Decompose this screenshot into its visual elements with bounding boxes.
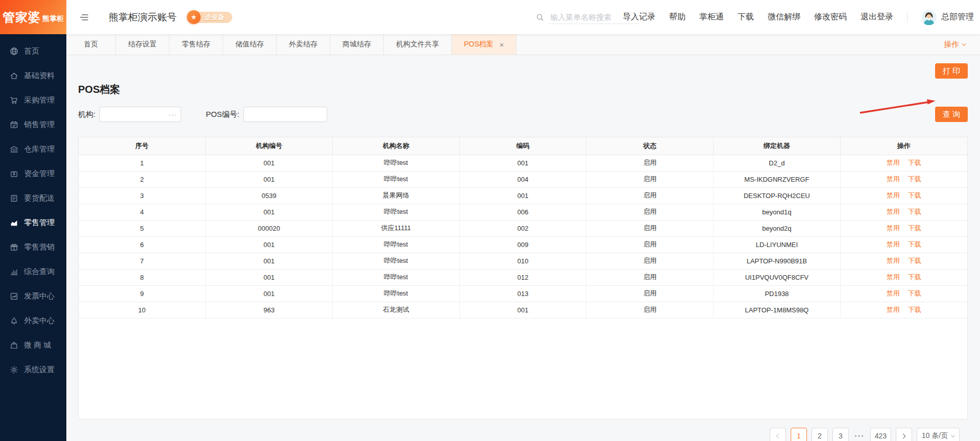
download-link[interactable]: 下载	[908, 240, 921, 248]
disable-link[interactable]: 禁用	[887, 257, 900, 264]
page-size-select[interactable]: 10 条/页	[917, 428, 960, 441]
disable-link[interactable]: 禁用	[887, 240, 900, 248]
topbar-menu-修改密码[interactable]: 修改密码	[814, 12, 847, 22]
table-row: 30539晨果网络001启用DESKTOP-RQH2CEU禁用下载	[79, 187, 967, 204]
disable-link[interactable]: 禁用	[887, 306, 900, 313]
disable-link[interactable]: 禁用	[887, 273, 900, 281]
topbar-menu-退出登录[interactable]: 退出登录	[861, 12, 893, 22]
tab-商城结存[interactable]: 商城结存	[330, 34, 384, 55]
topbar-menu-微信解绑[interactable]: 微信解绑	[768, 12, 800, 22]
sidebar-item-globe[interactable]: 首页	[0, 39, 66, 63]
disable-link[interactable]: 禁用	[887, 289, 900, 297]
sidebar-item-bar-chart[interactable]: 综合查询	[0, 259, 66, 284]
pos-number-input[interactable]	[243, 107, 327, 122]
sidebar-item-bank[interactable]: 仓库管理	[0, 137, 66, 161]
table-cell: 1	[79, 155, 206, 171]
table-cell: 013	[459, 285, 586, 302]
download-link[interactable]: 下载	[908, 159, 921, 166]
row-actions-cell: 禁用下载	[840, 269, 967, 285]
table-cell: 启用	[586, 285, 714, 302]
table-cell: 哔哔test	[332, 236, 459, 253]
table-cell: LAPTOP-1M8MS98Q	[714, 302, 841, 318]
tab-结存设置[interactable]: 结存设置	[116, 34, 169, 55]
table-cell: 2	[79, 171, 206, 187]
page-button-2[interactable]: 2	[812, 428, 828, 441]
download-link[interactable]: 下载	[908, 273, 921, 281]
column-header: 编码	[459, 137, 586, 155]
disable-link[interactable]: 禁用	[887, 175, 900, 183]
sidebar-item-cart[interactable]: 采购管理	[0, 88, 66, 112]
query-button[interactable]: 查 询	[935, 107, 968, 122]
sidebar-item-label: 综合查询	[24, 267, 55, 277]
sidebar: 首页基础资料采购管理销售管理仓库管理资金管理要货配送零售管理零售营销综合查询发票…	[0, 34, 66, 441]
table-cell: D2_d	[714, 155, 841, 171]
page-button-423[interactable]: 423	[870, 428, 891, 441]
download-link[interactable]: 下载	[908, 208, 921, 215]
sidebar-item-gift[interactable]: 零售营销	[0, 235, 66, 259]
table-row: 4001哔哔test006启用beyond1q禁用下载	[79, 204, 967, 220]
page-button-1[interactable]: 1	[791, 428, 807, 441]
page-ellipsis[interactable]: •••	[853, 432, 866, 440]
gear-icon	[10, 365, 18, 374]
sidebar-item-fund[interactable]: 资金管理	[0, 161, 66, 186]
topbar-menu-掌柜通[interactable]: 掌柜通	[699, 12, 724, 22]
sidebar-item-bell[interactable]: 外卖中心	[0, 308, 66, 333]
area-chart-icon	[10, 218, 18, 227]
tab-POS档案[interactable]: POS档案×	[452, 34, 517, 55]
download-link[interactable]: 下载	[908, 306, 921, 313]
sidebar-collapse-icon[interactable]	[80, 13, 89, 21]
table-cell: 10	[79, 302, 206, 318]
print-button[interactable]: 打 印	[935, 63, 968, 79]
table-header-row: 序号机构编号机构名称编码状态绑定机器操作	[79, 137, 967, 155]
next-page-button[interactable]	[896, 428, 912, 441]
table-cell: 启用	[586, 269, 714, 285]
tab-首页[interactable]: 首页	[66, 34, 116, 55]
download-link[interactable]: 下载	[908, 289, 921, 297]
column-header: 机构编号	[206, 137, 333, 155]
disable-link[interactable]: 禁用	[887, 159, 900, 166]
row-actions-cell: 禁用下载	[840, 253, 967, 269]
topbar-menu-下载[interactable]: 下载	[738, 12, 754, 22]
tab-储值结存[interactable]: 储值结存	[223, 34, 277, 55]
ellipsis-picker-icon[interactable]: ···	[168, 111, 177, 118]
download-link[interactable]: 下载	[908, 175, 921, 183]
doc-icon	[10, 194, 18, 203]
table-cell: 002	[459, 220, 586, 236]
sidebar-item-invoice[interactable]: 发票中心	[0, 284, 66, 308]
chevron-left-icon	[776, 433, 781, 438]
sidebar-item-gear[interactable]: 系统设置	[0, 357, 66, 382]
table-row: 8001哔哔test012启用UI1PVQUV0QF8CFV禁用下载	[79, 269, 967, 285]
disable-link[interactable]: 禁用	[887, 224, 900, 232]
download-link[interactable]: 下载	[908, 257, 921, 264]
sidebar-item-bag[interactable]: 微 商 城	[0, 333, 66, 357]
tab-机构文件共享[interactable]: 机构文件共享	[384, 34, 452, 55]
table-cell: 启用	[586, 204, 714, 220]
page-button-3[interactable]: 3	[832, 428, 849, 441]
table-cell: DESKTOP-RQH2CEU	[714, 187, 841, 204]
disable-link[interactable]: 禁用	[887, 191, 900, 199]
user-menu[interactable]: 总部管理	[921, 10, 974, 25]
topbar-divider	[907, 12, 908, 22]
table-cell: 8	[79, 269, 206, 285]
close-icon[interactable]: ×	[500, 41, 504, 48]
bag-icon	[10, 341, 18, 350]
download-link[interactable]: 下载	[908, 224, 921, 232]
table-cell: 000020	[206, 220, 333, 236]
tab-零售结存[interactable]: 零售结存	[169, 34, 223, 55]
column-header: 机构名称	[332, 137, 459, 155]
sidebar-item-calendar[interactable]: 销售管理	[0, 112, 66, 137]
sidebar-item-home[interactable]: 基础资料	[0, 63, 66, 88]
sidebar-item-doc[interactable]: 要货配送	[0, 186, 66, 210]
prev-page-button[interactable]	[770, 428, 786, 441]
sidebar-item-area-chart[interactable]: 零售管理	[0, 210, 66, 235]
tab-外卖结存[interactable]: 外卖结存	[277, 34, 330, 55]
search-icon	[536, 13, 544, 21]
download-link[interactable]: 下载	[908, 191, 921, 199]
topbar-menu-帮助[interactable]: 帮助	[669, 12, 685, 22]
search-input[interactable]	[549, 11, 639, 24]
globe-icon	[10, 47, 18, 56]
disable-link[interactable]: 禁用	[887, 208, 900, 215]
tab-actions-dropdown[interactable]: 操作	[944, 34, 980, 55]
table-cell: 6	[79, 236, 206, 253]
table-row: 7001哔哔test010启用LAPTOP-N990B91B禁用下载	[79, 253, 967, 269]
